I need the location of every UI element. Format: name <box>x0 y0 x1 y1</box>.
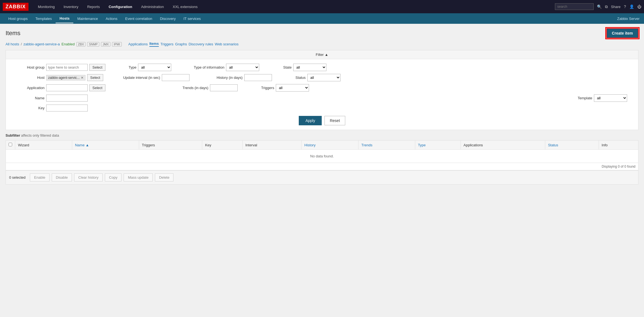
help-icon[interactable]: ? <box>624 4 626 9</box>
create-item-button[interactable]: Create item <box>606 28 638 38</box>
filter-group-key: Key <box>11 105 88 111</box>
template-label: Template <box>573 96 592 100</box>
subfilter-label: Subfilter <box>6 133 20 137</box>
nav-administration[interactable]: Administration <box>137 1 168 12</box>
application-label: Application <box>11 86 45 90</box>
host-group-input[interactable] <box>46 64 88 71</box>
triggers-select[interactable]: all Yes No <box>276 84 309 92</box>
subnav-maintenance[interactable]: Maintenance <box>73 14 102 23</box>
badge-snmp: SNMP <box>87 42 99 46</box>
nav-monitoring[interactable]: Monitoring <box>34 1 59 12</box>
host-tag-value: zabbix-agent-servic... <box>48 76 80 80</box>
top-nav-right: 🔍 ⧉ Share ? 👤 ⏻ <box>555 3 642 10</box>
nav-reports[interactable]: Reports <box>83 1 104 12</box>
filter-panel: Filter ▲ Host group Select Type all Zabb… <box>6 50 638 130</box>
nav-configuration[interactable]: Configuration <box>105 1 136 12</box>
header-history[interactable]: History <box>302 141 359 150</box>
subnav-host-groups[interactable]: Host groups <box>4 14 32 23</box>
type-of-info-select[interactable]: all Numeric <box>226 64 259 71</box>
breadcrumb-all-hosts[interactable]: All hosts <box>6 42 19 46</box>
tab-graphs[interactable]: Graphs <box>175 42 187 46</box>
host-group-select-button[interactable]: Select <box>89 64 105 71</box>
update-interval-label: Update interval (in sec) <box>123 76 160 80</box>
breadcrumb-host[interactable]: zabbix-agent-service-a <box>24 42 60 46</box>
history-input[interactable] <box>244 74 272 81</box>
status-select[interactable]: all Enabled Disabled <box>307 74 341 81</box>
application-input[interactable] <box>46 84 88 91</box>
subfilter: Subfilter affects only filtered data <box>6 133 638 137</box>
server-name: Zabbix Server <box>617 17 640 21</box>
subnav-discovery[interactable]: Discovery <box>156 14 180 23</box>
history-label: History (in days) <box>209 76 243 80</box>
tab-applications[interactable]: Applications <box>128 42 148 46</box>
host-tag-remove[interactable]: ✕ <box>81 76 84 80</box>
search-icon[interactable]: 🔍 <box>597 4 602 9</box>
tab-triggers[interactable]: Triggers <box>160 42 173 46</box>
badge-ipmi: IPMI <box>112 42 122 46</box>
host-select-button[interactable]: Select <box>87 74 103 81</box>
filter-header[interactable]: Filter ▲ <box>6 50 638 59</box>
header-name[interactable]: Name ▲ <box>72 141 139 150</box>
top-navigation: ZABBIX Monitoring Inventory Reports Conf… <box>0 0 644 13</box>
data-table: Wizard Name ▲ Triggers Key Interval Hist… <box>6 140 638 163</box>
state-label: State <box>279 65 292 69</box>
header-interval: Interval <box>242 141 301 150</box>
table-no-data-row: No data found. <box>6 150 638 163</box>
delete-button[interactable]: Delete <box>155 173 174 181</box>
name-input[interactable] <box>46 95 88 102</box>
tab-discovery-rules[interactable]: Discovery rules <box>189 42 213 46</box>
filter-group-application: Application Select <box>11 84 105 91</box>
filter-row-2: Host zabbix-agent-servic... ✕ Select Upd… <box>11 74 633 81</box>
type-select[interactable]: all Zabbix agent SNMP <box>138 64 171 71</box>
key-input[interactable] <box>46 105 88 111</box>
nav-xxl-extensions[interactable]: XXL extensions <box>169 1 201 12</box>
tab-web-scenarios[interactable]: Web scenarios <box>215 42 239 46</box>
header-status[interactable]: Status <box>545 141 599 150</box>
filter-group-host: Host zabbix-agent-servic... ✕ Select <box>11 74 103 81</box>
filter-group-type-info: Type of information all Numeric <box>191 64 259 71</box>
type-label: Type <box>125 65 136 69</box>
subnav-actions[interactable]: Actions <box>102 14 121 23</box>
state-select[interactable]: all Normal Not supported <box>293 64 326 71</box>
header-trends[interactable]: Trends <box>359 141 415 150</box>
filter-row-5: Key <box>11 105 633 111</box>
apply-button[interactable]: Apply <box>299 116 322 125</box>
trends-input[interactable] <box>210 84 238 91</box>
nav-inventory[interactable]: Inventory <box>60 1 82 12</box>
share-icon[interactable]: ⧉ <box>605 4 608 9</box>
power-icon[interactable]: ⏻ <box>637 4 641 9</box>
filter-group-history: History (in days) <box>209 74 272 81</box>
subfilter-description: affects only filtered data <box>21 133 59 137</box>
logo[interactable]: ZABBIX <box>3 3 28 11</box>
global-search-input[interactable] <box>555 3 594 10</box>
update-interval-input[interactable] <box>162 74 189 81</box>
mass-update-button[interactable]: Mass update <box>124 173 152 181</box>
template-select[interactable]: all <box>594 94 627 102</box>
subnav-it-services[interactable]: IT services <box>180 14 205 23</box>
host-group-label: Host group <box>11 65 45 69</box>
breadcrumb: All hosts / zabbix-agent-service-a Enabl… <box>6 41 638 47</box>
subnav-templates[interactable]: Templates <box>32 14 56 23</box>
bottom-toolbar: 0 selected Enable Disable Clear history … <box>6 170 638 185</box>
clear-history-button[interactable]: Clear history <box>74 173 103 181</box>
host-label: Host <box>11 76 45 80</box>
header-type[interactable]: Type <box>415 141 461 150</box>
badge-zbx: ZBX <box>76 42 85 46</box>
filter-group-update-interval: Update interval (in sec) <box>123 74 189 81</box>
filter-group-trends: Trends (in days) <box>175 84 238 91</box>
reset-button[interactable]: Reset <box>324 116 345 125</box>
tab-items[interactable]: Items <box>149 41 159 47</box>
filter-body: Host group Select Type all Zabbix agent … <box>6 59 638 130</box>
subnav-event-correlation[interactable]: Event correlation <box>121 14 156 23</box>
header-info: Info <box>599 141 638 150</box>
select-all-checkbox[interactable] <box>9 143 12 146</box>
application-select-button[interactable]: Select <box>89 84 105 91</box>
share-label[interactable]: Share <box>611 5 621 9</box>
filter-row-4: Name Template all <box>11 94 633 102</box>
enable-button[interactable]: Enable <box>30 173 49 181</box>
copy-button[interactable]: Copy <box>105 173 121 181</box>
no-data-cell: No data found. <box>6 150 638 163</box>
subnav-hosts[interactable]: Hosts <box>56 14 73 23</box>
user-icon[interactable]: 👤 <box>629 4 634 9</box>
disable-button[interactable]: Disable <box>52 173 72 181</box>
